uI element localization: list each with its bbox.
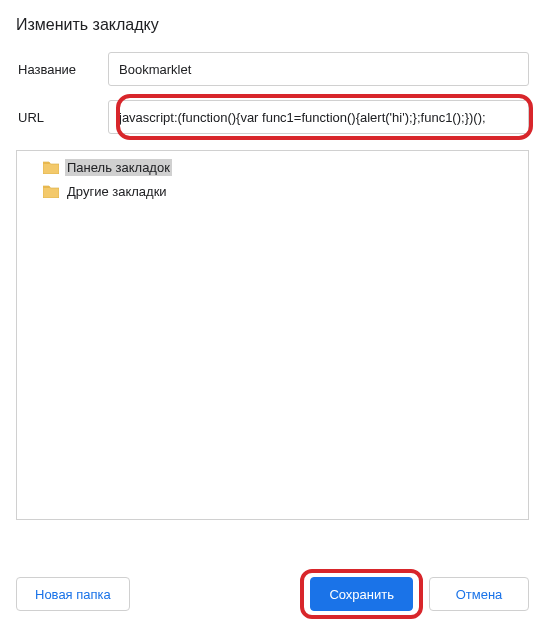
folder-label: Другие закладки (65, 183, 169, 200)
name-label: Название (16, 62, 108, 77)
url-row: URL (16, 100, 529, 134)
folder-icon (43, 185, 59, 198)
folder-tree[interactable]: Панель закладок Другие закладки (16, 150, 529, 520)
folder-icon (43, 161, 59, 174)
save-button-wrap: Сохранить (310, 577, 413, 611)
dialog-title: Изменить закладку (16, 16, 529, 34)
cancel-button[interactable]: Отмена (429, 577, 529, 611)
folder-bookmarks-bar[interactable]: Панель закладок (17, 155, 528, 179)
save-button[interactable]: Сохранить (310, 577, 413, 611)
folder-label: Панель закладок (65, 159, 172, 176)
folder-other-bookmarks[interactable]: Другие закладки (17, 179, 528, 203)
url-input[interactable] (108, 100, 529, 134)
url-label: URL (16, 110, 108, 125)
new-folder-button[interactable]: Новая папка (16, 577, 130, 611)
name-input[interactable] (108, 52, 529, 86)
button-row: Новая папка Сохранить Отмена (16, 577, 529, 611)
name-row: Название (16, 52, 529, 86)
